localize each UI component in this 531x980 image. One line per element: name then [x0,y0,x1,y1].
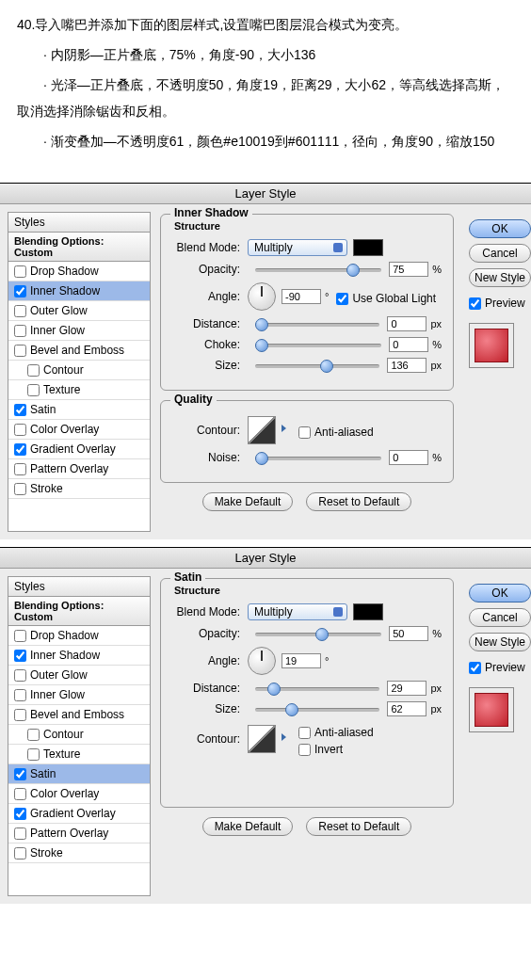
style-checkbox[interactable] [14,305,26,317]
style-checkbox[interactable] [14,404,26,416]
cancel-button[interactable]: Cancel [469,244,531,263]
size-value[interactable]: 62 [387,701,426,716]
style-item-outer-glow[interactable]: Outer Glow [8,666,150,685]
opacity-slider[interactable] [255,627,381,640]
style-item-satin[interactable]: Satin [8,764,150,784]
style-item-contour[interactable]: Contour [8,361,150,380]
style-checkbox[interactable] [27,384,40,396]
anti-aliased-check[interactable]: Anti-aliased [298,726,374,739]
angle-dial[interactable] [248,647,276,675]
distance-slider[interactable] [255,682,379,695]
instruction-line: · 光泽—正片叠底，不透明度50，角度19，距离29，大小62，等高线选择高斯，… [17,72,514,124]
preview-check[interactable]: Preview [469,661,525,674]
style-item-bevel-and-emboss[interactable]: Bevel and Emboss [8,341,150,361]
noise-value[interactable]: 0 [389,450,428,465]
size-slider[interactable] [255,702,379,715]
style-item-stroke[interactable]: Stroke [8,843,150,863]
style-item-pattern-overlay[interactable]: Pattern Overlay [8,459,150,479]
style-checkbox[interactable] [14,650,26,662]
choke-value[interactable]: 0 [389,337,428,352]
distance-slider[interactable] [255,317,379,330]
preview-check[interactable]: Preview [469,297,525,310]
style-label: Texture [43,383,80,396]
style-item-inner-shadow[interactable]: Inner Shadow [8,646,150,666]
new-style-button[interactable]: New Style [469,268,531,287]
blend-mode-label: Blend Mode: [172,605,240,619]
distance-value[interactable]: 29 [387,681,426,696]
blending-options[interactable]: Blending Options: Custom [8,233,150,262]
style-item-drop-shadow[interactable]: Drop Shadow [8,262,150,281]
global-light-check[interactable]: Use Global Light [336,292,436,305]
style-checkbox[interactable] [14,630,26,642]
make-default-button[interactable]: Make Default [202,817,294,836]
contour-picker[interactable] [248,725,276,753]
style-checkbox[interactable] [14,768,26,780]
angle-dial[interactable] [248,282,276,311]
opacity-label: Opacity: [172,263,240,276]
new-style-button[interactable]: New Style [469,633,531,651]
cancel-button[interactable]: Cancel [469,608,531,627]
style-checkbox[interactable] [14,689,26,701]
anti-aliased-check[interactable]: Anti-aliased [298,426,374,439]
make-default-button[interactable]: Make Default [202,492,294,511]
style-item-color-overlay[interactable]: Color Overlay [8,784,150,804]
style-checkbox[interactable] [14,424,26,436]
opacity-slider[interactable] [255,263,381,276]
opacity-value[interactable]: 75 [389,262,428,277]
style-item-satin[interactable]: Satin [8,400,150,420]
styles-header[interactable]: Styles [8,213,150,233]
reset-default-button[interactable]: Reset to Default [306,817,411,836]
angle-value[interactable]: -90 [282,289,321,304]
blend-mode-select[interactable]: Multiply [248,239,347,256]
color-swatch[interactable] [353,603,383,620]
style-item-color-overlay[interactable]: Color Overlay [8,420,150,440]
contour-picker[interactable] [248,416,276,444]
style-checkbox[interactable] [14,483,26,495]
style-item-stroke[interactable]: Stroke [8,479,150,499]
style-checkbox[interactable] [14,788,26,800]
style-item-gradient-overlay[interactable]: Gradient Overlay [8,804,150,824]
style-checkbox[interactable] [14,325,26,337]
style-checkbox[interactable] [14,265,26,278]
style-item-texture[interactable]: Texture [8,380,150,400]
style-item-bevel-and-emboss[interactable]: Bevel and Emboss [8,705,150,725]
ok-button[interactable]: OK [469,584,531,602]
style-item-drop-shadow[interactable]: Drop Shadow [8,626,150,646]
style-label: Color Overlay [30,787,99,800]
angle-value[interactable]: 19 [282,653,321,668]
style-checkbox[interactable] [14,709,26,721]
noise-slider[interactable] [255,451,381,464]
styles-header[interactable]: Styles [8,577,150,597]
opacity-value[interactable]: 50 [389,626,428,641]
reset-default-button[interactable]: Reset to Default [306,492,411,511]
style-checkbox[interactable] [14,345,26,357]
style-checkbox[interactable] [14,443,26,456]
color-swatch[interactable] [353,239,383,256]
style-item-pattern-overlay[interactable]: Pattern Overlay [8,824,150,843]
style-item-gradient-overlay[interactable]: Gradient Overlay [8,440,150,459]
style-checkbox[interactable] [14,285,26,297]
style-checkbox[interactable] [14,808,26,820]
style-checkbox[interactable] [14,827,26,840]
distance-value[interactable]: 0 [387,316,426,331]
style-item-outer-glow[interactable]: Outer Glow [8,301,150,321]
style-checkbox[interactable] [27,729,40,741]
style-checkbox[interactable] [14,463,26,475]
style-checkbox[interactable] [27,364,40,377]
style-item-inner-shadow[interactable]: Inner Shadow [8,281,150,301]
size-value[interactable]: 136 [387,358,426,373]
style-checkbox[interactable] [27,748,40,761]
blend-mode-select[interactable]: Multiply [248,603,347,620]
size-slider[interactable] [255,359,379,372]
choke-label: Choke: [172,338,240,351]
style-item-contour[interactable]: Contour [8,725,150,745]
invert-check[interactable]: Invert [298,743,374,756]
blending-options[interactable]: Blending Options: Custom [8,597,150,626]
style-item-texture[interactable]: Texture [8,745,150,764]
style-checkbox[interactable] [14,847,26,860]
ok-button[interactable]: OK [469,219,531,238]
choke-slider[interactable] [255,338,381,351]
style-checkbox[interactable] [14,669,26,682]
style-item-inner-glow[interactable]: Inner Glow [8,321,150,341]
style-item-inner-glow[interactable]: Inner Glow [8,685,150,705]
